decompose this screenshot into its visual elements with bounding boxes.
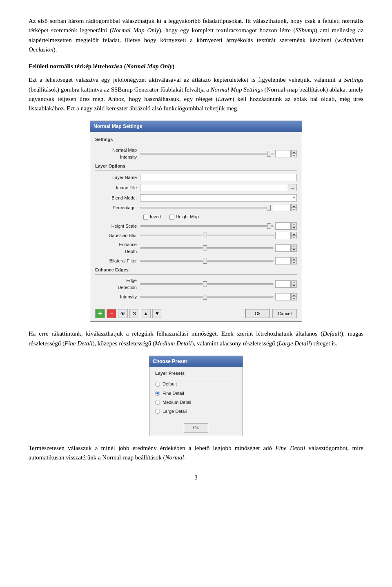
bilateral-filter-row: Bilateral Filter 0,00 ▲ ▼	[95, 257, 297, 264]
height-map-checkbox[interactable]	[169, 215, 174, 220]
layer-name-input[interactable]	[140, 174, 297, 181]
enhance-depth-spinner[interactable]: 0,00 ▲ ▼	[275, 244, 297, 252]
browse-button[interactable]: ...	[288, 184, 297, 191]
dialog-section-label: Settings	[95, 136, 297, 144]
ok-button[interactable]: Ok	[245, 309, 270, 318]
percentage-spinner[interactable]: 100,0 ▲ ▼	[273, 204, 297, 211]
normal-map-intensity-input[interactable]: 1,00	[275, 150, 291, 157]
spinner-up[interactable]: ▲	[291, 244, 297, 248]
preset-option-2[interactable]: Medium Detail	[155, 399, 237, 406]
preset-option-3[interactable]: Large Detail	[155, 408, 237, 415]
up-button[interactable]: ▲	[141, 309, 151, 318]
cancel-button[interactable]: Cancel	[272, 309, 297, 318]
intensity-input[interactable]: 0,00	[275, 293, 291, 300]
percentage-row: Percentage: 100,0 ▲ ▼	[95, 204, 297, 211]
spinner-down[interactable]: ▼	[291, 261, 297, 264]
spinner-down[interactable]: ▼	[291, 297, 297, 300]
invert-checkbox-row: Invert	[143, 213, 161, 220]
preset-ok-button[interactable]: Ok	[184, 423, 208, 432]
paragraph-3: Ha erre rákattintunk, kiválaszthatjuk a …	[29, 329, 363, 348]
gaussian-blur-spinner-btns[interactable]: ▲ ▼	[291, 232, 297, 239]
preview2-button[interactable]: ⊙	[129, 309, 139, 318]
normal-map-intensity-spinner-btns[interactable]: ▲ ▼	[291, 150, 297, 157]
intensity-spinner[interactable]: 0,00 ▲ ▼	[275, 293, 297, 300]
enhance-depth-input[interactable]: 0,00	[275, 244, 291, 252]
preset-footer: Ok	[149, 421, 243, 432]
blend-mode-label: Blend Mode:	[95, 195, 140, 202]
spinner-down[interactable]: ▼	[291, 235, 297, 239]
dialog-titlebar: Normal Map Settings	[90, 121, 302, 132]
dialog-content: Settings Normal MapIntensity 1,00 ▲ ▼	[90, 132, 302, 305]
spinner-up[interactable]: ▲	[291, 280, 297, 284]
spinner-down[interactable]: ▼	[291, 248, 297, 252]
section-heading: Felületi normális térkép létrehozása (No…	[29, 62, 363, 71]
preset-label-large-detail: Large Detail	[163, 408, 187, 415]
page-content: Az első sorban három rádiógombbal válasz…	[29, 16, 363, 462]
spinner-down[interactable]: ▼	[291, 208, 297, 211]
gaussian-blur-slider[interactable]	[140, 235, 274, 236]
preset-radio-medium-detail[interactable]	[155, 400, 160, 405]
preset-option-0[interactable]: Default	[155, 381, 237, 388]
remove-layer-button[interactable]: −	[107, 309, 116, 318]
height-scale-spinner[interactable]: 1,00 ▲ ▼	[275, 222, 297, 230]
spinner-up[interactable]: ▲	[291, 232, 297, 235]
gaussian-blur-spinner[interactable]: 0,000 ▲ ▼	[275, 232, 297, 239]
blend-mode-row: Blend Mode: ▼	[95, 194, 297, 202]
enhance-depth-label: EnhanceDepth	[95, 241, 140, 255]
percentage-input[interactable]: 100,0	[273, 204, 291, 211]
intensity-label: Intensity	[95, 294, 140, 300]
preset-radio-large-detail[interactable]	[155, 409, 160, 414]
spinner-up[interactable]: ▲	[291, 257, 297, 261]
preview-button[interactable]: 👁	[118, 309, 128, 318]
edge-detection-spinner-btns[interactable]: ▲ ▼	[291, 280, 297, 288]
spinner-up[interactable]: ▲	[291, 204, 297, 208]
intensity-slider[interactable]	[140, 296, 274, 298]
footer-right-buttons: Ok Cancel	[245, 309, 297, 318]
edge-detection-input[interactable]: 0,00	[275, 280, 291, 288]
percentage-label: Percentage:	[95, 204, 140, 211]
spinner-up[interactable]: ▲	[291, 150, 297, 154]
enhance-depth-slider[interactable]	[140, 247, 274, 249]
bilateral-filter-spinner-btns[interactable]: ▲ ▼	[291, 257, 297, 264]
paragraph-1: Az első sorban három rádiógombbal válasz…	[29, 16, 363, 54]
height-scale-input[interactable]: 1,00	[275, 222, 291, 230]
spinner-up[interactable]: ▲	[291, 222, 297, 226]
gaussian-blur-input[interactable]: 0,000	[275, 232, 291, 239]
layer-name-label: Layer Name	[95, 174, 140, 181]
page-number: 3	[29, 475, 363, 481]
percentage-slider[interactable]	[140, 207, 271, 208]
image-file-label: Image File	[95, 184, 140, 191]
preset-label-medium-detail: Medium Detail	[163, 399, 191, 406]
edge-detection-spinner[interactable]: 0,00 ▲ ▼	[275, 280, 297, 288]
paragraph-4: Természetesen válasszuk a minél jobb ere…	[29, 444, 363, 463]
image-file-input[interactable]: D:\Blendersuli_workstation\SSBUMP_CU	[140, 184, 287, 191]
height-scale-slider[interactable]	[140, 225, 274, 227]
preset-radio-default[interactable]	[155, 382, 160, 387]
height-scale-label: Height Scale	[95, 223, 140, 230]
percentage-spinner-btns[interactable]: ▲ ▼	[291, 204, 297, 211]
bilateral-filter-slider[interactable]	[140, 260, 274, 262]
bilateral-filter-spinner[interactable]: 0,00 ▲ ▼	[275, 257, 297, 264]
down-button[interactable]: ▼	[152, 309, 162, 318]
spinner-down[interactable]: ▼	[291, 284, 297, 288]
invert-checkbox[interactable]	[143, 215, 148, 220]
add-layer-button[interactable]: ✚	[95, 309, 105, 318]
preset-dialog-titlebar: Choose Preset	[149, 356, 243, 367]
spinner-up[interactable]: ▲	[291, 293, 297, 297]
blend-mode-combo[interactable]: ▼	[140, 194, 297, 202]
bilateral-filter-input[interactable]: 0,00	[275, 257, 291, 264]
blend-mode-arrow: ▼	[292, 195, 296, 200]
spinner-down[interactable]: ▼	[291, 154, 297, 157]
normal-map-intensity-label: Normal MapIntensity	[95, 147, 140, 161]
normal-map-intensity-spinner[interactable]: 1,00 ▲ ▼	[275, 150, 297, 157]
intensity-spinner-btns[interactable]: ▲ ▼	[291, 293, 297, 300]
preset-radio-fine-detail[interactable]	[155, 391, 160, 396]
height-map-label: Height Map	[176, 213, 199, 220]
normal-map-intensity-slider[interactable]	[140, 153, 274, 155]
edge-detection-slider[interactable]	[140, 283, 274, 285]
preset-option-1[interactable]: Fine Detail	[155, 390, 237, 397]
invert-label: Invert	[150, 213, 161, 220]
enhance-depth-spinner-btns[interactable]: ▲ ▼	[291, 244, 297, 252]
height-scale-spinner-btns[interactable]: ▲ ▼	[291, 222, 297, 230]
spinner-down[interactable]: ▼	[291, 226, 297, 230]
